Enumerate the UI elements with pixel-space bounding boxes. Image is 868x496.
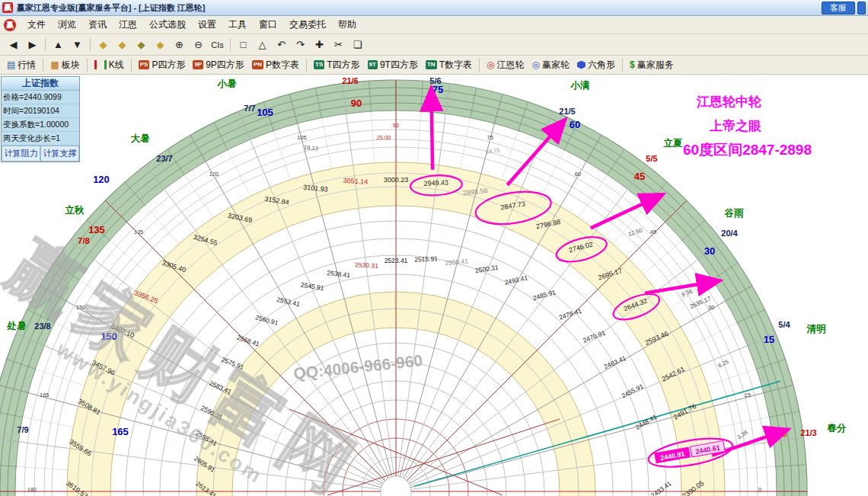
- pointer-up-icon[interactable]: ▲: [49, 36, 67, 53]
- wheel-degree-tick: 30: [708, 304, 714, 311]
- callout-tool-icon[interactable]: ❏: [349, 36, 366, 53]
- toolbar-separator: [90, 38, 91, 51]
- quotes-label: 行情: [18, 59, 36, 72]
- date-label: 20/4: [721, 229, 738, 238]
- wheel-degree-tick: 135: [134, 229, 144, 235]
- rotate-right-icon[interactable]: ↷: [292, 36, 309, 53]
- solar-term-label: 春分: [827, 423, 847, 434]
- toolbar-item-sectors[interactable]: ▦板块: [46, 58, 83, 72]
- info-row-2: 变换系数=1.00000: [2, 118, 79, 132]
- wheel-degree-tick: 165: [40, 392, 49, 398]
- rect-tool-icon[interactable]: □: [235, 36, 252, 53]
- quotes-icon: ▤: [7, 59, 15, 70]
- t-square-label: T四方形: [327, 59, 359, 72]
- date-label: 7/7: [244, 104, 255, 113]
- toolbar-item-winner-wheel[interactable]: ◎赢家轮: [528, 58, 573, 72]
- wheel-price-value: 2949.43: [423, 178, 448, 187]
- forward-icon[interactable]: ▶: [24, 36, 41, 53]
- degree-label: 135: [88, 224, 105, 235]
- customer-service-button[interactable]: 客服: [822, 2, 855, 14]
- toolbar-separator: [131, 59, 132, 72]
- kline-label: K线: [109, 59, 124, 72]
- zoom-in-icon[interactable]: ⊕: [171, 36, 188, 53]
- move-tool-icon[interactable]: ✚: [311, 36, 328, 53]
- cut-tool-icon[interactable]: ✂: [330, 36, 347, 53]
- wheel-degree-tick: 60: [575, 171, 581, 178]
- calc-resistance-button[interactable]: 计算阻力: [2, 146, 40, 162]
- back-icon[interactable]: ◀: [5, 36, 22, 53]
- cis-icon[interactable]: CIs: [209, 36, 226, 53]
- rotate-left-icon[interactable]: ↶: [273, 36, 290, 53]
- menu-item-0[interactable]: 文件: [21, 17, 52, 33]
- solar-term-label: 小暑: [217, 78, 238, 89]
- solar-term-label: 小满: [570, 80, 590, 91]
- toolbar-item-kline[interactable]: K线: [91, 58, 128, 72]
- toolbar-item-gann-wheel[interactable]: ◎江恩轮: [483, 58, 528, 72]
- toolbar-item-9t-square[interactable]: 9T9T四方形: [364, 58, 422, 72]
- info-row-0: 价格=2440.9099: [2, 91, 79, 104]
- info-row-3: 周天变化步长=1: [2, 132, 79, 146]
- menu-item-2[interactable]: 资讯: [82, 17, 113, 33]
- degree-label: 30: [704, 245, 715, 257]
- app-logo-icon: 赢: [4, 19, 16, 31]
- date-label: 7/9: [17, 425, 28, 434]
- toolbar-item-t-number-table[interactable]: TNT数字表: [422, 58, 476, 72]
- t-number-table-label: T数字表: [439, 59, 472, 72]
- wheel-price-value: 3051.14: [343, 177, 368, 186]
- menu-item-5[interactable]: 设置: [192, 17, 222, 33]
- calc-support-button[interactable]: 计算支撑: [40, 146, 79, 162]
- wheel-degree-tick: 120: [209, 171, 219, 178]
- p-square-icon: PS: [139, 60, 150, 69]
- sectors-icon: ▦: [50, 59, 59, 70]
- triangle-tool-icon[interactable]: △: [254, 36, 271, 53]
- gann-wheel-label: 江恩轮: [496, 59, 524, 72]
- diamond-4-icon[interactable]: ◆: [152, 36, 169, 53]
- wheel-price-value: 3000.23: [384, 176, 409, 184]
- menu-bar: 赢 文件浏览资讯江恩公式选股设置工具窗口交易委托帮助: [0, 16, 868, 34]
- calc-buttons: 计算阻力 计算支撑: [2, 146, 79, 162]
- toolbar-item-p-number-table[interactable]: PNP数字表: [248, 58, 303, 72]
- winner-service-label: 赢家服务: [637, 59, 674, 72]
- annotation-line-1: 上帝之眼: [710, 117, 761, 135]
- toolbar-item-t-square[interactable]: TST四方形: [310, 58, 364, 72]
- degree-label: 150: [101, 331, 117, 342]
- zoom-out-icon[interactable]: ⊖: [190, 36, 207, 53]
- winner-wheel-label: 赢家轮: [542, 59, 570, 72]
- menu-item-3[interactable]: 江恩: [113, 17, 143, 33]
- menu-item-9[interactable]: 帮助: [332, 17, 362, 33]
- wheel-degree-tick: 45: [650, 229, 656, 235]
- menu-item-1[interactable]: 浏览: [52, 17, 82, 33]
- date-label: 23/8: [34, 322, 50, 331]
- toolbar-item-hexagon[interactable]: 六角形: [573, 58, 619, 72]
- 9t-square-icon: 9T: [368, 60, 378, 69]
- wheel-degree-tick: 90: [393, 122, 399, 129]
- degree-label: 165: [112, 426, 129, 437]
- drawing-toolbar: ◀▶▲▼◆◆◆◆⊕⊖CIs□△↶↷✚✂❏: [0, 34, 868, 56]
- menu-item-8[interactable]: 交易委托: [283, 17, 332, 33]
- diamond-2-icon[interactable]: ◆: [113, 36, 131, 53]
- title-bar: 赢 赢家江恩专业版[赢家服务平台] - [上证指数 江恩轮] 客服: [0, 0, 868, 16]
- menu-item-7[interactable]: 窗口: [253, 17, 283, 33]
- degree-label: 105: [257, 107, 273, 118]
- window-title: 赢家江恩专业版[赢家服务平台] - [上证指数 江恩轮]: [17, 2, 822, 14]
- date-label: 23/7: [156, 154, 172, 163]
- toolbar-item-quotes[interactable]: ▤行情: [3, 58, 40, 72]
- diamond-3-icon[interactable]: ◆: [132, 36, 150, 53]
- kline-icon: [94, 60, 107, 69]
- wheel-pct-tick: 25.00: [376, 134, 391, 141]
- degree-label: 75: [432, 84, 443, 95]
- hexagon-icon: [577, 61, 586, 69]
- pointer-down-icon[interactable]: ▼: [69, 36, 86, 53]
- toolbar-item-p-square[interactable]: PSP四方形: [135, 58, 190, 72]
- menu-item-4[interactable]: 公式选股: [143, 17, 192, 33]
- wheel-degree-tick: 180: [27, 486, 37, 493]
- degree-label: 90: [351, 98, 362, 109]
- date-label: 5/5: [646, 154, 657, 163]
- toolbar-item-winner-service[interactable]: $赢家服务: [626, 58, 678, 72]
- index-info-rows: 价格=2440.9099时间=20190104变换系数=1.00000周天变化步…: [2, 91, 79, 146]
- degree-label: 45: [634, 171, 645, 182]
- toolbar-separator: [622, 59, 623, 72]
- diamond-1-icon[interactable]: ◆: [94, 36, 112, 53]
- menu-item-6[interactable]: 工具: [222, 17, 253, 33]
- toolbar-item-9p-square[interactable]: 9P9P四方形: [189, 58, 247, 72]
